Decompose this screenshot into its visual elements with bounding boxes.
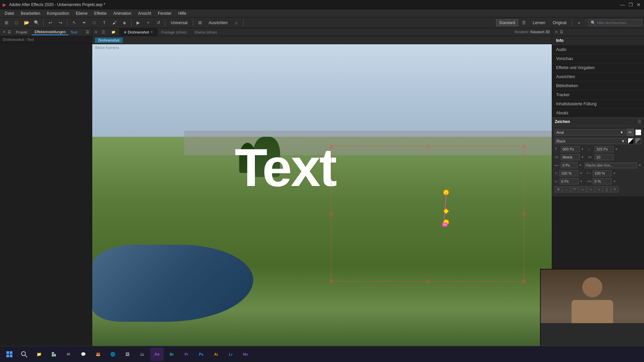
- left-panel-menu[interactable]: ☰: [8, 30, 11, 34]
- rotate-icon[interactable]: ↺: [154, 19, 163, 27]
- right-panel-close[interactable]: ✕: [555, 30, 558, 34]
- menu-hilfe[interactable]: Hilfe: [175, 10, 190, 16]
- subscript-btn[interactable]: Ts: [595, 186, 602, 192]
- text-stroke-swatch[interactable]: [635, 138, 641, 144]
- align-label[interactable]: Ausrichten: [206, 19, 231, 26]
- mode-universal[interactable]: Universal: [168, 19, 191, 26]
- maximize-button[interactable]: ❐: [628, 2, 633, 7]
- original-label[interactable]: Original: [550, 19, 570, 26]
- right-panel-absatz[interactable]: Absatz: [552, 109, 644, 118]
- comp-tab-drohnenshot[interactable]: ◈ Drohnenshot ✕: [120, 28, 157, 36]
- expand-icon[interactable]: »: [575, 19, 583, 27]
- play-button[interactable]: ▶: [134, 19, 143, 27]
- left-panel-options[interactable]: ☰: [86, 30, 89, 34]
- vscale-input[interactable]: 100 %: [559, 170, 578, 176]
- select-tool[interactable]: ↖: [70, 19, 78, 27]
- menu-fenster[interactable]: Fenster: [155, 10, 175, 16]
- zeichen-menu-icon[interactable]: ☰: [638, 119, 641, 124]
- taskbar-illustrator[interactable]: Ai: [209, 348, 223, 361]
- superscript-btn[interactable]: Ts: [587, 186, 594, 192]
- tab-ebene[interactable]: Ebene (ohne): [191, 29, 221, 35]
- strikethrough-btn[interactable]: T: [611, 186, 619, 192]
- handle-tr[interactable]: [523, 145, 525, 148]
- taskbar-files[interactable]: 📁: [32, 348, 46, 361]
- font-family-dropdown[interactable]: Arial ▼: [555, 129, 625, 135]
- open-icon[interactable]: 📂: [22, 19, 31, 27]
- eyedropper-icon[interactable]: ✏: [627, 129, 634, 136]
- line-height-input[interactable]: 325 Px: [595, 146, 613, 152]
- tab-footage[interactable]: Footage (ohne): [157, 29, 191, 35]
- taskbar-lightroom[interactable]: Lr: [224, 348, 237, 361]
- handle-bl[interactable]: [330, 280, 333, 283]
- comp-tabs-menu[interactable]: ☰: [100, 30, 107, 35]
- right-panel-bibliotheken[interactable]: Bibliotheken: [552, 81, 644, 90]
- learn-label[interactable]: Lernen: [530, 19, 548, 26]
- hscale-input[interactable]: 100 %: [593, 170, 611, 176]
- taskbar-photos[interactable]: 🖼: [121, 348, 134, 361]
- drohnenshot-view-tab[interactable]: Drohnenshot: [95, 38, 123, 43]
- expand-align[interactable]: ⌂: [232, 19, 241, 27]
- tab-text-active[interactable]: Text: [70, 30, 77, 34]
- taskbar-bridge[interactable]: Br: [165, 348, 178, 361]
- text-gradient-swatch[interactable]: [628, 138, 634, 144]
- menu-animation[interactable]: Animation: [110, 10, 135, 16]
- handle-ml[interactable]: [330, 213, 333, 215]
- handle-bm[interactable]: [426, 280, 429, 283]
- underline-btn[interactable]: T: [603, 186, 610, 192]
- standard-mode[interactable]: Standard: [496, 19, 519, 26]
- taskbar-ae[interactable]: Ae: [150, 348, 164, 361]
- menu-bearbeiten[interactable]: Bearbeiten: [17, 10, 44, 16]
- help-search-input[interactable]: [597, 21, 637, 25]
- comp-tabs-close[interactable]: ✕: [92, 30, 100, 35]
- taskbar-store[interactable]: 🏪: [47, 348, 60, 361]
- align-icon[interactable]: ⊞: [196, 19, 204, 27]
- shape-tool[interactable]: □: [90, 19, 99, 27]
- taskbar-browser[interactable]: 🌐: [106, 348, 119, 361]
- italic-btn[interactable]: I: [563, 186, 570, 192]
- menu-ansicht[interactable]: Ansicht: [135, 10, 154, 16]
- close-button[interactable]: ✕: [636, 2, 641, 7]
- allcaps-btn[interactable]: TT: [571, 186, 578, 192]
- standard-menu-icon[interactable]: ☰: [520, 19, 528, 27]
- right-panel-vorschau[interactable]: Vorschau: [552, 54, 644, 63]
- handle-mr[interactable]: [523, 213, 525, 215]
- right-panel-info[interactable]: Info: [552, 36, 644, 45]
- taskbar-search[interactable]: [17, 348, 31, 361]
- taskbar-photoshop[interactable]: Ps: [195, 348, 208, 361]
- puppet-tool[interactable]: ◈: [120, 19, 129, 27]
- left-panel-close[interactable]: ✕: [3, 30, 6, 34]
- right-panel-tracker[interactable]: Tracker: [552, 90, 644, 100]
- handle-tm[interactable]: [426, 145, 429, 148]
- taskbar-mail[interactable]: ✉: [62, 348, 75, 361]
- minimize-button[interactable]: —: [620, 2, 625, 7]
- menu-effekte[interactable]: Effekte: [91, 10, 110, 16]
- taskbar-start[interactable]: [3, 348, 16, 361]
- home-icon[interactable]: ⊞: [2, 19, 11, 27]
- new-icon[interactable]: □: [12, 19, 21, 27]
- taskbar-mozilla[interactable]: 🦊: [91, 348, 105, 361]
- tab-effekteinstellungen[interactable]: Effekteinstellungen: [32, 29, 68, 35]
- flasche-dropdown[interactable]: Fläche über Kon...: [585, 163, 637, 168]
- menu-komposition[interactable]: Komposition: [44, 10, 72, 16]
- menu-ebene[interactable]: Ebene: [72, 10, 91, 16]
- tab-projekt[interactable]: Projekt: [13, 29, 30, 35]
- right-panel-ausrichten[interactable]: Ausrichten: [552, 72, 644, 81]
- search-icon[interactable]: 🔍: [32, 19, 41, 27]
- text-color-swatch[interactable]: [635, 129, 641, 135]
- viewport[interactable]: Aktive Kamera Text: [92, 44, 552, 353]
- smallcaps-btn[interactable]: Tc: [579, 186, 586, 192]
- font-style-dropdown[interactable]: Black ▼: [555, 138, 627, 144]
- taskbar-whatsapp[interactable]: 💬: [76, 348, 90, 361]
- right-panel-inhaltsbasiert[interactable]: Inhaltsbasierte Füllung: [552, 100, 644, 109]
- redo-icon[interactable]: ↪: [56, 19, 65, 27]
- add-icon[interactable]: +: [144, 19, 153, 27]
- right-panel-audio[interactable]: Audio: [552, 45, 644, 54]
- tracking-input[interactable]: 10: [595, 154, 613, 160]
- right-panel-menu[interactable]: ☰: [560, 30, 563, 34]
- handle-br[interactable]: [523, 280, 525, 283]
- text-tool[interactable]: T: [100, 19, 109, 27]
- taskbar-premiere[interactable]: Pr: [180, 348, 193, 361]
- handle-tl[interactable]: [330, 145, 333, 148]
- font-size-input[interactable]: 600 Px: [561, 146, 580, 152]
- baseline-input[interactable]: 0 Px: [560, 178, 579, 184]
